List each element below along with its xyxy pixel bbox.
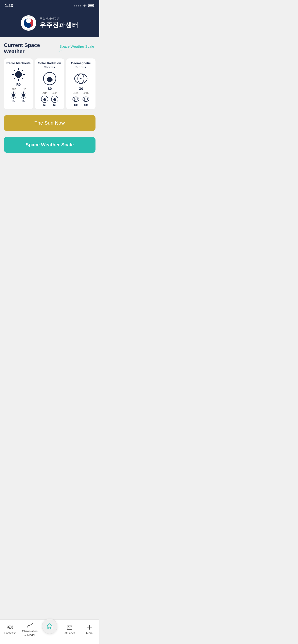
- svg-line-10: [22, 70, 23, 71]
- svg-line-28: [26, 93, 26, 93]
- header-subtitle: 국립전파연구원: [40, 17, 78, 21]
- svg-line-11: [14, 78, 15, 79]
- radio-blackouts-history-labels: -48h -24h: [11, 88, 26, 90]
- battery-icon: [88, 4, 95, 8]
- solar-history-48h-label: S0: [43, 104, 46, 106]
- radio-history-24h-label: R0: [22, 100, 25, 102]
- app-header: 국립전파연구원 우주전파센터: [0, 10, 99, 38]
- header-title: 우주전파센터: [40, 21, 78, 29]
- svg-point-44: [86, 99, 86, 100]
- space-weather-scale-button[interactable]: Space Weather Scale: [4, 137, 95, 153]
- geo-history-48h: G0: [72, 95, 80, 106]
- svg-line-26: [21, 93, 22, 93]
- weather-cards: Radio blackouts R0 -48h: [4, 58, 95, 109]
- svg-line-9: [22, 78, 23, 79]
- wifi-icon: [83, 4, 87, 8]
- section-title: Current Space Weather: [4, 42, 60, 54]
- radio-blackouts-card[interactable]: Radio blackouts R0 -48h: [4, 58, 33, 109]
- svg-point-12: [12, 94, 15, 97]
- svg-line-20: [11, 97, 12, 98]
- svg-line-8: [14, 70, 15, 71]
- geo-history-48h-label: G0: [74, 104, 78, 106]
- status-icons: [74, 4, 95, 8]
- svg-line-17: [11, 93, 12, 93]
- radio-blackouts-icon: [11, 67, 26, 82]
- solar-radiation-level: S0: [48, 87, 52, 90]
- radio-blackouts-history-icons: R0 R0: [10, 91, 27, 102]
- section-title-row: Current Space Weather Space Weather Scal…: [4, 42, 95, 54]
- app-logo: [21, 15, 36, 31]
- solar-history-24h-label: S0: [53, 104, 56, 106]
- svg-line-27: [26, 97, 26, 98]
- svg-line-29: [21, 97, 22, 98]
- geomagnetic-title: Geomagnetic Storms: [68, 61, 94, 70]
- space-weather-scale-link[interactable]: Space Weather Scale >: [60, 44, 95, 52]
- geomagnetic-icon: [74, 72, 88, 86]
- svg-line-18: [15, 97, 16, 98]
- solar-radiation-icon: [43, 72, 57, 86]
- geomagnetic-history-labels: -48h -24h: [73, 92, 89, 94]
- header-text: 국립전파연구원 우주전파센터: [40, 17, 78, 29]
- geomagnetic-history-icons: G0 G0: [72, 95, 90, 106]
- solar-radiation-card[interactable]: Solar Radiation Storms S0 -48h -24h: [35, 58, 64, 109]
- svg-point-38: [80, 78, 82, 79]
- signal-icon: [74, 5, 81, 6]
- radio-history-24h: R0: [20, 91, 27, 102]
- radio-blackouts-title: Radio blackouts: [7, 61, 31, 66]
- svg-rect-1: [89, 4, 93, 6]
- solar-history-48h: S0: [41, 95, 49, 106]
- solar-radiation-title: Solar Radiation Storms: [37, 61, 62, 70]
- main-content: Current Space Weather Space Weather Scal…: [0, 38, 99, 192]
- geomagnetic-card[interactable]: Geomagnetic Storms G0 -48h -24h: [66, 58, 95, 109]
- status-bar: 1:23: [0, 0, 99, 10]
- geo-history-24h-label: G0: [84, 104, 88, 106]
- radio-blackouts-level: R0: [16, 83, 21, 86]
- radio-history-48h-label: R0: [12, 100, 15, 102]
- sun-now-button[interactable]: The Sun Now: [4, 115, 95, 131]
- geo-history-24h: G0: [82, 95, 90, 106]
- solar-radiation-history-icons: S0 S0: [41, 95, 59, 106]
- svg-line-19: [15, 93, 16, 93]
- status-time: 1:23: [5, 3, 13, 8]
- svg-point-31: [48, 77, 51, 80]
- solar-history-24h: S0: [51, 95, 59, 106]
- svg-point-21: [22, 94, 25, 97]
- geomagnetic-level: G0: [79, 87, 83, 90]
- solar-radiation-history-labels: -48h -24h: [42, 92, 57, 94]
- svg-point-3: [15, 71, 22, 78]
- svg-point-41: [76, 99, 76, 100]
- radio-history-48h: R0: [10, 91, 17, 102]
